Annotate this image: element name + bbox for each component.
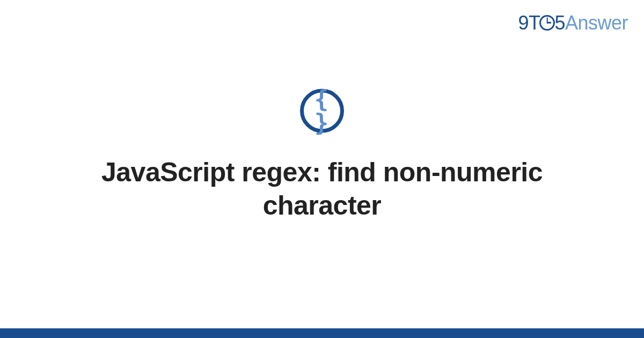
clock-icon [539, 15, 555, 31]
logo-text-5: 5 [554, 12, 565, 34]
page-title: JavaScript regex: find non-numeric chara… [80, 155, 564, 222]
code-braces-icon: { } [304, 87, 340, 134]
footer-accent-bar [0, 328, 644, 338]
logo-text-9t: 9T [518, 12, 540, 34]
site-logo[interactable]: 9T5Answer [518, 12, 628, 34]
main-content: { } JavaScript regex: find non-numeric c… [0, 89, 644, 222]
category-icon-circle: { } [300, 89, 344, 133]
logo-text-answer: Answer [565, 12, 628, 34]
